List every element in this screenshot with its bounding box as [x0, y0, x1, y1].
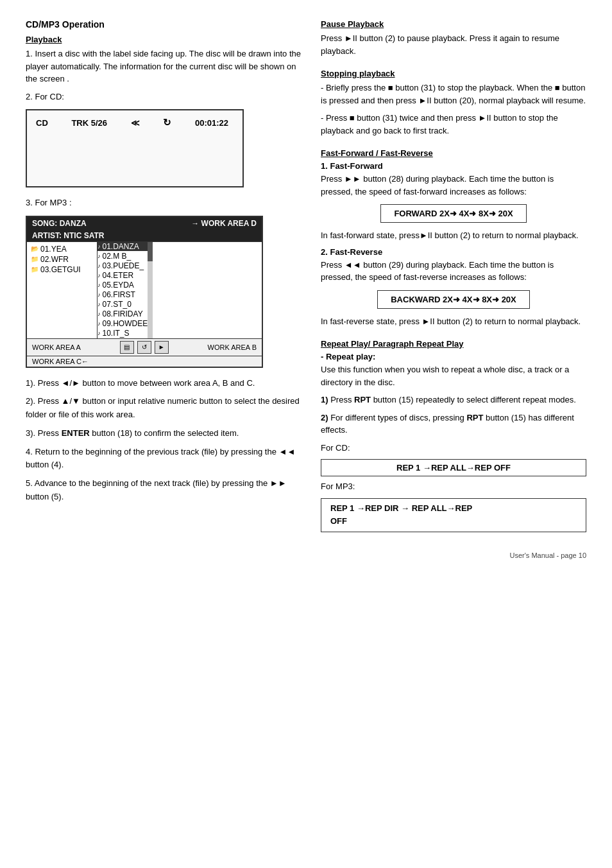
- mp3-file-item[interactable]: ♪ 07.ST_0: [98, 300, 148, 309]
- fr-sub-heading: 2. Fast-Reverse: [321, 247, 586, 257]
- music-note-icon: ♪: [98, 320, 101, 327]
- instruction-5: 5. Advance to the beginning of the next …: [26, 477, 302, 504]
- folder-icon: 📁: [31, 256, 38, 263]
- music-note-icon: ♪: [98, 311, 101, 317]
- playback-heading: Playback: [26, 35, 302, 44]
- music-note-icon: ♪: [98, 282, 101, 288]
- repeat-section: Repeat Play/ Paragraph Repeat Play - Rep…: [321, 339, 586, 532]
- workarea-b-label: WORK AREA B: [208, 343, 257, 351]
- step-2-bold: 2): [321, 413, 328, 422]
- ff-section: Fast-Forward / Fast-Reverse 1. Fast-Forw…: [321, 148, 586, 327]
- rep-mp3-box: REP 1 →REP DIR → REP ALL→REP: [330, 503, 472, 513]
- stop-heading: Stopping playback: [321, 69, 586, 78]
- ff-heading: Fast-Forward / Fast-Reverse: [321, 148, 586, 158]
- mp3-file-item[interactable]: ♪ 04.ETER: [98, 271, 148, 280]
- mp3-file-item[interactable]: ♪ 01.DANZA: [98, 242, 148, 251]
- scrollbar-thumb[interactable]: [148, 242, 153, 261]
- workarea-a-label: WORK AREA A: [32, 343, 81, 351]
- playback-step-2: 2. For CD:: [26, 91, 302, 103]
- rep-cd-box: REP 1 →REP ALL→REP OFF: [396, 463, 511, 473]
- file-name: 04.ETER: [103, 271, 134, 280]
- rpt-bold: RPT: [354, 395, 371, 404]
- repeat-sub: - Repeat play:: [321, 352, 586, 361]
- ff-text: Press ►► button (28) during playback. Ea…: [321, 173, 586, 198]
- ctrl-btn-1[interactable]: ▤: [120, 341, 134, 354]
- rep-mp3-box-2: OFF: [330, 516, 347, 526]
- cd-time: 00:01:22: [195, 118, 228, 128]
- music-note-icon: ♪: [98, 253, 101, 259]
- step-1-bold: 1): [321, 395, 328, 404]
- cd-label: CD: [36, 118, 48, 128]
- scrollbar[interactable]: [148, 242, 153, 338]
- page-footer: User's Manual - page 10: [321, 551, 586, 559]
- music-note-icon: ♪: [98, 243, 101, 250]
- folder-icon: 📁: [31, 266, 38, 273]
- music-note-icon: ♪: [98, 301, 101, 308]
- folder-play-icon: 📂: [31, 245, 38, 252]
- stop-text-2: - Press ■ button (31) twice and then pre…: [321, 112, 586, 137]
- mp3-file-item[interactable]: ♪ 05.EYDA: [98, 281, 148, 290]
- fr-resume-text: In fast-reverse state, press ►II button …: [321, 315, 586, 328]
- folder-name: 03.GETGUI: [40, 265, 81, 274]
- mp3-file-item[interactable]: ♪ 03.PUEDE_: [98, 261, 148, 270]
- mp3-file-item[interactable]: ♪ 08.FIRIDAY: [98, 309, 148, 318]
- file-name: 07.ST_0: [103, 300, 132, 309]
- mp3-folder-item: 📁 02.WFR: [31, 255, 93, 264]
- backward-box: BACKWARD 2X➜ 4X➜ 8X➜ 20X: [377, 290, 530, 309]
- music-note-icon: ♪: [98, 330, 101, 336]
- music-note-icon: ♪: [98, 272, 101, 279]
- music-note-icon: ♪: [98, 291, 101, 298]
- cd-repeat-icon: ≪: [131, 118, 140, 128]
- mp3-file-item[interactable]: ♪ 09.HOWDEE: [98, 319, 148, 328]
- repeat-step-2: 2) For different types of discs, pressin…: [321, 412, 586, 437]
- ff-resume-text: In fast-forward state, press►II button (…: [321, 229, 586, 242]
- file-name: 03.PUEDE_: [103, 261, 144, 270]
- workarea-c-label: WORK AREA C←: [32, 358, 89, 365]
- file-name: 09.HOWDEE: [103, 319, 148, 328]
- repeat-step-1: 1) Press RPT button (15) repeatedly to s…: [321, 394, 586, 406]
- enter-bold: ENTER: [62, 428, 90, 438]
- for-mp3-label-right: For MP3:: [321, 480, 586, 493]
- mp3-display: SONG: DANZA → WORK AREA D ARTIST: NTIC S…: [26, 216, 263, 368]
- folder-name: 02.WFR: [40, 255, 69, 264]
- stop-text-1: - Briefly press the ■ button (31) to sto…: [321, 82, 586, 107]
- mp3-artist-info: ARTIST: NTIC SATR: [32, 231, 104, 240]
- mp3-file-list: ♪ 01.DANZA ♪ 02.M B_ ♪ 03.PUEDE_ ♪: [98, 242, 148, 338]
- mp3-file-item[interactable]: ♪ 06.FIRST: [98, 290, 148, 299]
- pause-section: Pause Playback Press ►II button (2) to p…: [321, 19, 586, 57]
- file-name: 06.FIRST: [103, 290, 135, 299]
- mp3-file-item[interactable]: ♪ 10.IT_S: [98, 329, 148, 338]
- ctrl-btn-play[interactable]: ►: [155, 341, 169, 354]
- mp3-folder-list: 📂 01.YEA 📁 02.WFR 📁 03.GETGUI: [27, 242, 98, 338]
- rpt-bold-2: RPT: [466, 413, 483, 422]
- pause-text: Press ►II button (2) to pause playback. …: [321, 32, 586, 57]
- instruction-2: 2). Press ▲/▼ button or input relative n…: [26, 395, 302, 422]
- stop-section: Stopping playback - Briefly press the ■ …: [321, 69, 586, 137]
- mp3-workarea-header: → WORK AREA D: [191, 219, 257, 228]
- mp3-file-item[interactable]: ♪ 02.M B_: [98, 252, 148, 261]
- mp3-folder-item: 📁 03.GETGUI: [31, 265, 93, 274]
- for-cd-label: For CD:: [321, 442, 586, 455]
- file-name: 08.FIRIDAY: [103, 309, 143, 318]
- file-name: 05.EYDA: [103, 281, 134, 290]
- cd-track: TRK 5/26: [71, 118, 107, 128]
- forward-box: FORWARD 2X➜ 4X➜ 8X➜ 20X: [380, 204, 526, 223]
- mp3-file-scroll-area: ♪ 01.DANZA ♪ 02.M B_ ♪ 03.PUEDE_ ♪: [98, 242, 153, 338]
- page-title: CD/MP3 Operation: [26, 19, 302, 30]
- left-column: CD/MP3 Operation Playback 1. Insert a di…: [26, 19, 302, 559]
- repeat-heading: Repeat Play/ Paragraph Repeat Play: [321, 339, 586, 349]
- right-column: Pause Playback Press ►II button (2) to p…: [321, 19, 586, 559]
- instruction-1: 1). Press ◄/► button to move between wor…: [26, 377, 302, 390]
- fr-text: Press ◄◄ button (29) during playback. Ea…: [321, 259, 586, 284]
- cd-shuffle-icon: ↻: [163, 117, 171, 128]
- ff-sub-heading: 1. Fast-Forward: [321, 161, 586, 171]
- file-name: 01.DANZA: [103, 242, 139, 251]
- mp3-folder-item: 📂 01.YEA: [31, 245, 93, 254]
- pause-heading: Pause Playback: [321, 19, 586, 29]
- playback-step-1: 1. Insert a disc with the label side fac…: [26, 48, 302, 85]
- file-name: 10.IT_S: [103, 329, 130, 338]
- ctrl-btn-shuffle[interactable]: ↺: [137, 341, 151, 354]
- mp3-song-info: SONG: DANZA: [32, 219, 87, 228]
- repeat-intro: Use this function when you wish to repea…: [321, 363, 586, 388]
- mp3-controls: ▤ ↺ ►: [120, 341, 169, 354]
